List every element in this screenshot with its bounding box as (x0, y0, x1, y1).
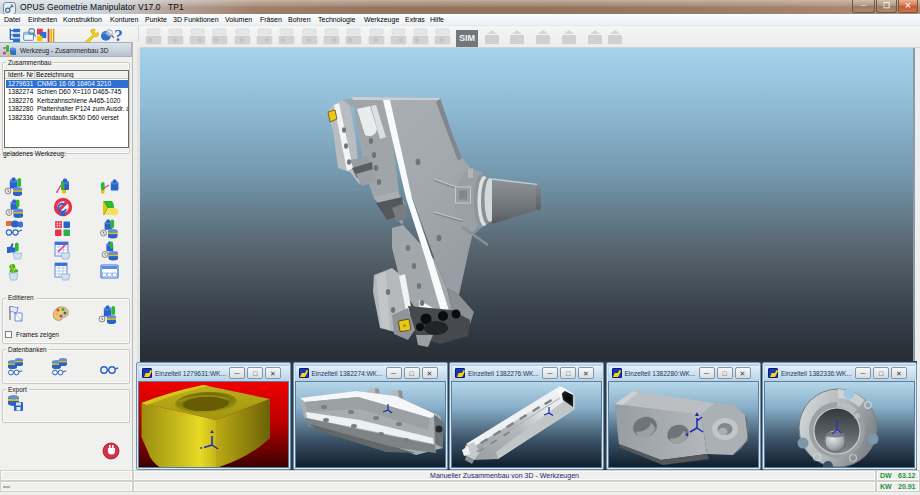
svg-text:?: ? (114, 27, 122, 43)
